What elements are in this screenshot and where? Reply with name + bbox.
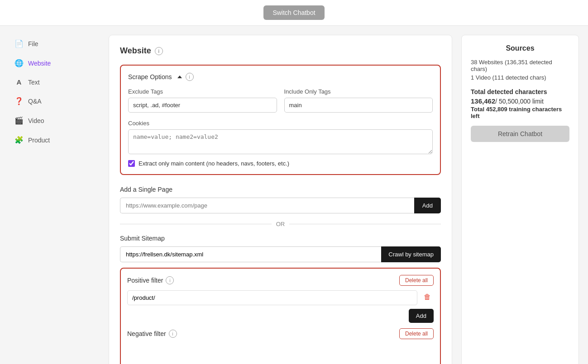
sources-title: Sources (471, 44, 569, 52)
sidebar-item-label: Video (28, 117, 44, 124)
exclude-tags-input[interactable] (128, 98, 277, 113)
scrape-options-info-icon[interactable]: i (186, 73, 194, 81)
extract-main-content-checkbox[interactable] (128, 160, 135, 167)
positive-filter-title: Positive filter i (127, 276, 174, 284)
add-single-page-title: Add a Single Page (120, 186, 441, 193)
page-title: Website i (120, 46, 441, 56)
positive-filter-delete-all-button[interactable]: Delete all (399, 275, 434, 286)
sidebar-item-video[interactable]: 🎬 Video (9, 112, 100, 129)
single-page-url-input[interactable] (120, 198, 414, 213)
positive-filter-header: Positive filter i Delete all (127, 275, 434, 286)
training-chars-left: Total 452,809 training characters left (471, 106, 569, 119)
submit-sitemap-title: Submit Sitemap (120, 235, 441, 242)
scrape-options-box: Scrape Options i Exclude Tags Include On… (120, 65, 441, 175)
sidebar: 📄 File 🌐 Website A Text ❓ Q&A 🎬 Video 🧩 … (9, 35, 100, 364)
positive-filter-info-icon[interactable]: i (166, 276, 174, 284)
negative-filter-box: Negative filter i Delete all Add (127, 328, 434, 364)
positive-filter-delete-item-button[interactable]: 🗑 (421, 290, 434, 304)
negative-filter-header: Negative filter i Delete all (127, 328, 434, 339)
include-only-tags-group: Include Only Tags (284, 88, 433, 113)
exclude-tags-label: Exclude Tags (128, 88, 277, 95)
source-stats: 38 Websites (136,351 detected chars) 1 V… (471, 59, 569, 81)
chars-count: 136,462/ 50,500,000 limit (471, 97, 569, 105)
extract-main-content-label: Extract only main content (no headers, n… (139, 160, 289, 167)
chevron-up-icon[interactable] (177, 76, 182, 78)
sitemap-row: Crawl by sitemap (120, 246, 441, 262)
extract-main-content-row: Extract only main content (no headers, n… (128, 160, 433, 167)
video-line: 1 Video (111 detected chars) (471, 74, 569, 81)
qa-icon: ❓ (14, 97, 24, 105)
content-area: Website i Scrape Options i Exclude Tags … (109, 35, 579, 364)
sources-panel: Sources 38 Websites (136,351 detected ch… (461, 35, 579, 364)
main-panel: Website i Scrape Options i Exclude Tags … (109, 35, 452, 364)
positive-filter-add-button[interactable]: Add (409, 309, 434, 323)
add-single-page-row: Add (120, 198, 441, 213)
website-icon: 🌐 (14, 59, 24, 67)
sitemap-url-input[interactable] (120, 246, 381, 262)
slash: / (495, 98, 499, 105)
negative-filter-delete-all-button[interactable]: Delete all (399, 328, 434, 339)
include-only-tags-label: Include Only Tags (284, 88, 433, 95)
sidebar-item-label: Q&A (28, 98, 42, 105)
sidebar-item-label: File (28, 40, 38, 47)
crawl-by-sitemap-button[interactable]: Crawl by sitemap (381, 246, 441, 262)
negative-filter-title: Negative filter i (127, 330, 177, 338)
exclude-tags-group: Exclude Tags (128, 88, 277, 113)
websites-line: 38 Websites (136,351 detected chars) (471, 59, 569, 72)
switch-chatbot-button[interactable]: Switch Chatbot (263, 5, 324, 20)
video-icon: 🎬 (14, 116, 24, 125)
sidebar-item-qa[interactable]: ❓ Q&A (9, 92, 100, 110)
include-only-tags-input[interactable] (284, 98, 433, 113)
positive-filter-box: Positive filter i Delete all 🗑 Add Negat… (120, 268, 441, 364)
sidebar-item-product[interactable]: 🧩 Product (9, 131, 100, 149)
total-detected-label: Total detected characters (471, 88, 569, 95)
positive-filter-item-row: 🗑 (127, 290, 434, 305)
sidebar-item-label: Product (28, 137, 50, 144)
sidebar-item-file[interactable]: 📄 File (9, 35, 100, 52)
website-info-icon[interactable]: i (155, 47, 163, 55)
product-icon: 🧩 (14, 136, 24, 144)
sidebar-item-label: Text (28, 79, 40, 86)
or-divider-1: OR (120, 221, 441, 227)
negative-filter-info-icon[interactable]: i (169, 330, 177, 338)
tags-row: Exclude Tags Include Only Tags (128, 88, 433, 113)
negative-filter-placeholder (127, 344, 434, 362)
sidebar-item-website[interactable]: 🌐 Website (9, 54, 100, 72)
scrape-options-header: Scrape Options i (128, 73, 433, 81)
add-single-page-button[interactable]: Add (414, 198, 441, 213)
top-bar: Switch Chatbot (0, 0, 588, 26)
total-count: 136,462 (471, 97, 495, 105)
retrain-chatbot-button[interactable]: Retrain Chatbot (471, 126, 569, 142)
cookies-label: Cookies (128, 120, 433, 127)
total-limit: 50,500,000 limit (499, 98, 544, 105)
sidebar-item-text[interactable]: A Text (9, 74, 100, 90)
file-icon: 📄 (14, 39, 24, 48)
positive-filter-input[interactable] (127, 290, 417, 305)
main-layout: 📄 File 🌐 Website A Text ❓ Q&A 🎬 Video 🧩 … (0, 26, 588, 364)
text-icon: A (14, 78, 24, 86)
sidebar-item-label: Website (28, 60, 51, 67)
cookies-textarea[interactable] (128, 129, 433, 154)
